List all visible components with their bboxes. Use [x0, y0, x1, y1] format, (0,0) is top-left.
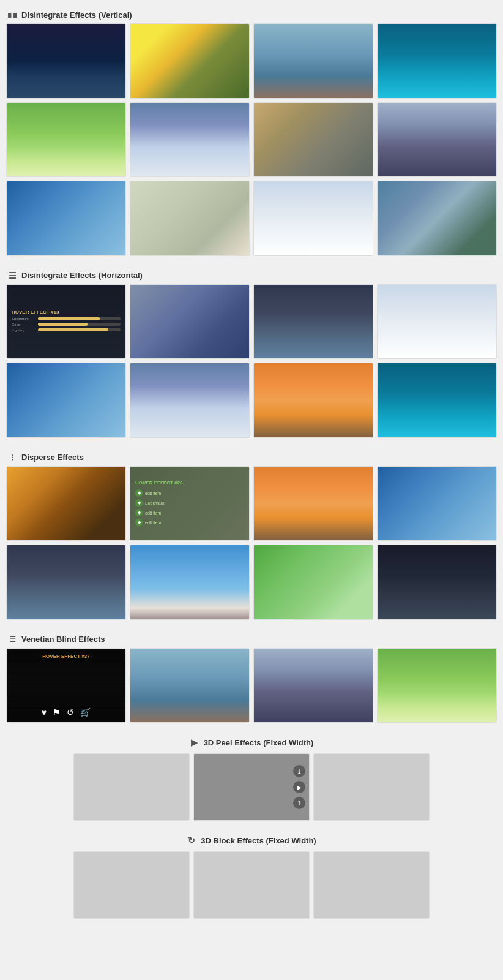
grid-disperse: HOVER EFFECT #26 ◆ edit item ◆ Bookmark … [6, 466, 497, 620]
hover-icon-item-4: ◆ edit item [135, 519, 165, 526]
hover-icon-item-3: ◆ edit item [135, 509, 165, 516]
hover-label-aesthetics: Aesthetics [12, 317, 36, 321]
hover-heart-icon: ♥ [42, 707, 47, 717]
section-header-venetian: ☰ Venetian Blind Effects [6, 631, 497, 648]
hover-icon-circle-3: ◆ [135, 509, 143, 516]
section-disintegrate-vertical: ∎∎ Disintegrate Effects (Vertical) [6, 6, 497, 256]
hover-label-color: Color [12, 323, 36, 326]
thumb-vb3[interactable] [253, 648, 373, 723]
hover-icon-item-2: ◆ Bookmark [135, 499, 165, 507]
hover-icon-circle-2: ◆ [135, 499, 143, 507]
venetian-icon: ☰ [7, 635, 17, 644]
thumb-dp8[interactable] [377, 545, 497, 620]
section-header-disperse: ⁝ Disperse Effects [6, 449, 497, 466]
peel-circle-2: ▶ [293, 781, 305, 793]
grid-icon: ∎∎ [7, 10, 17, 20]
hover-overlay-37: HOVER EFFECT #37 ♥ ⚑ ↺ 🛒 [7, 649, 125, 723]
thumb-dp5[interactable] [6, 545, 126, 620]
thumb-dh7[interactable] [253, 363, 373, 438]
hover-bar-bg-lighting [38, 328, 121, 331]
thumb-dp3[interactable] [253, 466, 373, 541]
hover-bar-fill-aesthetics [38, 317, 100, 320]
hover-title-37: HOVER EFFECT #37 [42, 654, 89, 659]
hover-bar-fill-lighting [38, 328, 108, 331]
section-header-disintegrate-horizontal: ☰ Disintegrate Effects (Horizontal) [6, 267, 497, 284]
thumb-dv11[interactable] [253, 181, 373, 256]
section-header-peel: ▶ 3D Peel Effects (Fixed Width) [188, 734, 315, 751]
thumb-dh2[interactable] [130, 284, 250, 360]
section-header-disintegrate-vertical: ∎∎ Disintegrate Effects (Vertical) [6, 6, 497, 23]
thumb-dv2[interactable] [130, 23, 250, 99]
hover-item-label-4: edit item [145, 521, 161, 525]
thumb-dp1[interactable] [6, 466, 126, 541]
thumb-dh1[interactable]: HOVER EFFECT #13 Aesthetics Color [6, 284, 126, 360]
thumb-b3[interactable] [313, 851, 430, 919]
section-disperse: ⁝ Disperse Effects HOVER EFFECT #26 ◆ ed… [6, 449, 497, 620]
thumb-p2[interactable]: ⤓ ▶ ⤒ [193, 753, 310, 821]
hover-refresh-icon: ↺ [67, 707, 74, 717]
peel-overlay: ⤓ ▶ ⤒ [194, 754, 309, 820]
thumb-dv4[interactable] [377, 23, 497, 99]
thumb-dh5[interactable] [6, 363, 126, 438]
thumb-dv10[interactable] [130, 181, 250, 256]
hover-cart-icon: 🛒 [80, 707, 91, 717]
peel-icon: ▶ [190, 737, 199, 747]
grid-disintegrate-horizontal: HOVER EFFECT #13 Aesthetics Color [6, 284, 497, 438]
thumb-dv1[interactable] [6, 23, 126, 99]
hover-overlay-13: HOVER EFFECT #13 Aesthetics Color [7, 285, 125, 359]
thumb-b2[interactable] [193, 851, 310, 919]
thumb-dv5[interactable] [6, 102, 126, 178]
section-peel-3d: ▶ 3D Peel Effects (Fixed Width) ⤓ ▶ ⤒ [6, 734, 497, 821]
section-title-block: 3D Block Effects (Fixed Width) [201, 836, 316, 845]
hover-bar-fill-color [38, 323, 88, 326]
hover-bar-aesthetics: Aesthetics [12, 317, 121, 321]
hover-item-label-3: edit item [145, 511, 161, 515]
grid-block [73, 851, 430, 919]
thumb-dh4[interactable] [377, 284, 497, 360]
thumb-dh8[interactable] [377, 363, 497, 438]
thumb-dp4[interactable] [377, 466, 497, 541]
thumb-dh6[interactable] [130, 363, 250, 438]
thumb-p3[interactable] [313, 753, 430, 821]
hover-icon-circle-1: ◆ [135, 489, 143, 497]
hover-item-label-2: Bookmark [145, 501, 165, 505]
section-title-disperse: Disperse Effects [21, 453, 84, 462]
grid-peel: ⤓ ▶ ⤒ [73, 753, 430, 821]
hover-bar-lighting: Lighting [12, 328, 121, 332]
lines-icon: ☰ [7, 271, 17, 281]
hover-bar-bg-color [38, 323, 121, 326]
thumb-dp6[interactable] [130, 545, 250, 620]
hover-bar-bg-aesthetics [38, 317, 121, 320]
section-block-3d: ↻ 3D Block Effects (Fixed Width) [6, 832, 497, 919]
hover-title-26: HOVER EFFECT #26 [135, 480, 182, 486]
thumb-b1[interactable] [73, 851, 190, 919]
hover-bar-color: Color [12, 323, 121, 326]
hover-icons-row-37: ♥ ⚑ ↺ 🛒 [42, 707, 91, 717]
thumb-dv7[interactable] [253, 102, 373, 178]
grid-venetian: HOVER EFFECT #37 ♥ ⚑ ↺ 🛒 [6, 648, 497, 723]
section-title-disintegrate-vertical: Disintegrate Effects (Vertical) [21, 10, 132, 20]
thumb-dv12[interactable] [377, 181, 497, 256]
thumb-dv6[interactable] [130, 102, 250, 178]
section-venetian: ☰ Venetian Blind Effects HOVER EFFECT #3… [6, 631, 497, 723]
thumb-dh3[interactable] [253, 284, 373, 360]
hover-icon-circle-4: ◆ [135, 519, 143, 526]
thumb-dv9[interactable] [6, 181, 126, 256]
section-title-peel: 3D Peel Effects (Fixed Width) [204, 738, 314, 747]
thumb-dv3[interactable] [253, 23, 373, 99]
thumb-vb1[interactable]: HOVER EFFECT #37 ♥ ⚑ ↺ 🛒 [6, 648, 126, 723]
thumb-vb4[interactable] [377, 648, 497, 723]
main-page: ∎∎ Disintegrate Effects (Vertical) ☰ Dis… [0, 0, 503, 936]
hover-label-lighting: Lighting [12, 328, 36, 332]
thumb-dv8[interactable] [377, 102, 497, 178]
thumb-dp2[interactable]: HOVER EFFECT #26 ◆ edit item ◆ Bookmark … [130, 466, 250, 541]
hover-item-label-1: edit item [145, 491, 161, 496]
thumb-dp7[interactable] [253, 545, 373, 620]
grid-disintegrate-vertical [6, 23, 497, 256]
thumb-vb2[interactable] [130, 648, 250, 723]
peel-circle-3: ⤒ [293, 797, 305, 809]
section-title-disintegrate-horizontal: Disintegrate Effects (Horizontal) [21, 271, 143, 280]
section-header-block: ↻ 3D Block Effects (Fixed Width) [185, 832, 317, 849]
dots-icon: ⁝ [7, 453, 17, 462]
thumb-p1[interactable] [73, 753, 190, 821]
